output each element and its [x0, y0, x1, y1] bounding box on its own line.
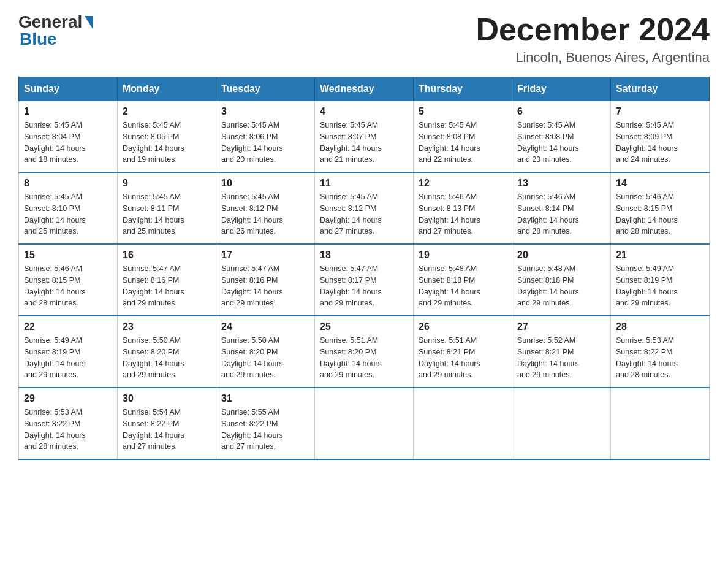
- calendar-cell: 27Sunrise: 5:52 AMSunset: 8:21 PMDayligh…: [512, 316, 611, 388]
- calendar-cell: 1Sunrise: 5:45 AMSunset: 8:04 PMDaylight…: [19, 101, 118, 173]
- calendar-cell: 20Sunrise: 5:48 AMSunset: 8:18 PMDayligh…: [512, 244, 611, 316]
- location-subtitle: Lincoln, Buenos Aires, Argentina: [476, 50, 710, 66]
- calendar-cell: 18Sunrise: 5:47 AMSunset: 8:17 PMDayligh…: [315, 244, 414, 316]
- day-number: 1: [24, 106, 112, 117]
- calendar-cell: 21Sunrise: 5:49 AMSunset: 8:19 PMDayligh…: [611, 244, 710, 316]
- day-number: 25: [320, 321, 408, 332]
- day-number: 5: [419, 106, 507, 117]
- day-info: Sunrise: 5:48 AMSunset: 8:18 PMDaylight:…: [517, 263, 605, 309]
- calendar-cell: 8Sunrise: 5:45 AMSunset: 8:10 PMDaylight…: [19, 172, 118, 244]
- calendar-cell: [414, 388, 512, 459]
- weekday-header-monday: Monday: [118, 77, 216, 101]
- day-number: 9: [123, 178, 211, 189]
- month-year-title: December 2024: [476, 12, 710, 47]
- day-number: 2: [123, 106, 211, 117]
- weekday-header-saturday: Saturday: [611, 77, 710, 101]
- logo-blue-text: Blue: [20, 29, 57, 49]
- day-number: 28: [616, 321, 704, 332]
- day-number: 21: [616, 250, 704, 261]
- calendar-cell: 15Sunrise: 5:46 AMSunset: 8:15 PMDayligh…: [19, 244, 118, 316]
- calendar-cell: 6Sunrise: 5:45 AMSunset: 8:08 PMDaylight…: [512, 101, 611, 173]
- calendar-cell: 22Sunrise: 5:49 AMSunset: 8:19 PMDayligh…: [19, 316, 118, 388]
- title-section: December 2024 Lincoln, Buenos Aires, Arg…: [476, 12, 710, 66]
- day-info: Sunrise: 5:46 AMSunset: 8:14 PMDaylight:…: [517, 191, 605, 237]
- calendar-cell: 13Sunrise: 5:46 AMSunset: 8:14 PMDayligh…: [512, 172, 611, 244]
- day-info: Sunrise: 5:52 AMSunset: 8:21 PMDaylight:…: [517, 335, 605, 381]
- calendar-cell: 14Sunrise: 5:46 AMSunset: 8:15 PMDayligh…: [611, 172, 710, 244]
- day-info: Sunrise: 5:47 AMSunset: 8:16 PMDaylight:…: [123, 263, 211, 309]
- day-number: 12: [419, 178, 507, 189]
- day-info: Sunrise: 5:45 AMSunset: 8:05 PMDaylight:…: [123, 120, 211, 166]
- calendar-cell: 7Sunrise: 5:45 AMSunset: 8:09 PMDaylight…: [611, 101, 710, 173]
- day-info: Sunrise: 5:45 AMSunset: 8:11 PMDaylight:…: [123, 191, 211, 237]
- day-number: 8: [24, 178, 112, 189]
- calendar-cell: 3Sunrise: 5:45 AMSunset: 8:06 PMDaylight…: [216, 101, 315, 173]
- day-info: Sunrise: 5:45 AMSunset: 8:08 PMDaylight:…: [517, 120, 605, 166]
- day-number: 7: [616, 106, 704, 117]
- day-number: 13: [517, 178, 605, 189]
- calendar-cell: 17Sunrise: 5:47 AMSunset: 8:16 PMDayligh…: [216, 244, 315, 316]
- day-number: 6: [517, 106, 605, 117]
- day-info: Sunrise: 5:53 AMSunset: 8:22 PMDaylight:…: [24, 407, 112, 453]
- day-number: 20: [517, 250, 605, 261]
- calendar-cell: 9Sunrise: 5:45 AMSunset: 8:11 PMDaylight…: [118, 172, 216, 244]
- day-info: Sunrise: 5:50 AMSunset: 8:20 PMDaylight:…: [123, 335, 211, 381]
- calendar-cell: 12Sunrise: 5:46 AMSunset: 8:13 PMDayligh…: [414, 172, 512, 244]
- calendar-cell: 10Sunrise: 5:45 AMSunset: 8:12 PMDayligh…: [216, 172, 315, 244]
- day-number: 24: [221, 321, 309, 332]
- weekday-header-tuesday: Tuesday: [216, 77, 315, 101]
- day-info: Sunrise: 5:55 AMSunset: 8:22 PMDaylight:…: [221, 407, 309, 453]
- day-number: 30: [123, 393, 211, 404]
- week-row-1: 1Sunrise: 5:45 AMSunset: 8:04 PMDaylight…: [19, 101, 710, 173]
- day-number: 14: [616, 178, 704, 189]
- day-number: 3: [221, 106, 309, 117]
- calendar-cell: 31Sunrise: 5:55 AMSunset: 8:22 PMDayligh…: [216, 388, 315, 459]
- day-info: Sunrise: 5:45 AMSunset: 8:10 PMDaylight:…: [24, 191, 112, 237]
- day-number: 4: [320, 106, 408, 117]
- calendar-cell: 19Sunrise: 5:48 AMSunset: 8:18 PMDayligh…: [414, 244, 512, 316]
- week-row-5: 29Sunrise: 5:53 AMSunset: 8:22 PMDayligh…: [19, 388, 710, 459]
- day-info: Sunrise: 5:51 AMSunset: 8:21 PMDaylight:…: [419, 335, 507, 381]
- day-number: 26: [419, 321, 507, 332]
- day-number: 11: [320, 178, 408, 189]
- day-number: 27: [517, 321, 605, 332]
- calendar-cell: 4Sunrise: 5:45 AMSunset: 8:07 PMDaylight…: [315, 101, 414, 173]
- logo-triangle-icon: [85, 16, 93, 29]
- calendar-cell: 23Sunrise: 5:50 AMSunset: 8:20 PMDayligh…: [118, 316, 216, 388]
- day-info: Sunrise: 5:50 AMSunset: 8:20 PMDaylight:…: [221, 335, 309, 381]
- weekday-header-wednesday: Wednesday: [315, 77, 414, 101]
- day-number: 23: [123, 321, 211, 332]
- calendar-cell: 25Sunrise: 5:51 AMSunset: 8:20 PMDayligh…: [315, 316, 414, 388]
- day-info: Sunrise: 5:45 AMSunset: 8:09 PMDaylight:…: [616, 120, 704, 166]
- day-info: Sunrise: 5:45 AMSunset: 8:08 PMDaylight:…: [419, 120, 507, 166]
- day-info: Sunrise: 5:46 AMSunset: 8:13 PMDaylight:…: [419, 191, 507, 237]
- day-number: 18: [320, 250, 408, 261]
- calendar-cell: 2Sunrise: 5:45 AMSunset: 8:05 PMDaylight…: [118, 101, 216, 173]
- day-number: 17: [221, 250, 309, 261]
- day-number: 15: [24, 250, 112, 261]
- day-number: 19: [419, 250, 507, 261]
- week-row-4: 22Sunrise: 5:49 AMSunset: 8:19 PMDayligh…: [19, 316, 710, 388]
- calendar-table: SundayMondayTuesdayWednesdayThursdayFrid…: [18, 77, 710, 460]
- week-row-3: 15Sunrise: 5:46 AMSunset: 8:15 PMDayligh…: [19, 244, 710, 316]
- calendar-cell: 29Sunrise: 5:53 AMSunset: 8:22 PMDayligh…: [19, 388, 118, 459]
- week-row-2: 8Sunrise: 5:45 AMSunset: 8:10 PMDaylight…: [19, 172, 710, 244]
- weekday-header-sunday: Sunday: [19, 77, 118, 101]
- calendar-cell: [611, 388, 710, 459]
- day-info: Sunrise: 5:45 AMSunset: 8:04 PMDaylight:…: [24, 120, 112, 166]
- calendar-cell: 26Sunrise: 5:51 AMSunset: 8:21 PMDayligh…: [414, 316, 512, 388]
- weekday-header-thursday: Thursday: [414, 77, 512, 101]
- day-info: Sunrise: 5:48 AMSunset: 8:18 PMDaylight:…: [419, 263, 507, 309]
- day-info: Sunrise: 5:47 AMSunset: 8:17 PMDaylight:…: [320, 263, 408, 309]
- logo: General Blue: [18, 12, 93, 49]
- day-info: Sunrise: 5:45 AMSunset: 8:06 PMDaylight:…: [221, 120, 309, 166]
- day-number: 22: [24, 321, 112, 332]
- day-number: 31: [221, 393, 309, 404]
- calendar-cell: [315, 388, 414, 459]
- day-info: Sunrise: 5:51 AMSunset: 8:20 PMDaylight:…: [320, 335, 408, 381]
- day-info: Sunrise: 5:54 AMSunset: 8:22 PMDaylight:…: [123, 407, 211, 453]
- calendar-cell: 11Sunrise: 5:45 AMSunset: 8:12 PMDayligh…: [315, 172, 414, 244]
- day-info: Sunrise: 5:47 AMSunset: 8:16 PMDaylight:…: [221, 263, 309, 309]
- calendar-cell: 28Sunrise: 5:53 AMSunset: 8:22 PMDayligh…: [611, 316, 710, 388]
- day-info: Sunrise: 5:46 AMSunset: 8:15 PMDaylight:…: [24, 263, 112, 309]
